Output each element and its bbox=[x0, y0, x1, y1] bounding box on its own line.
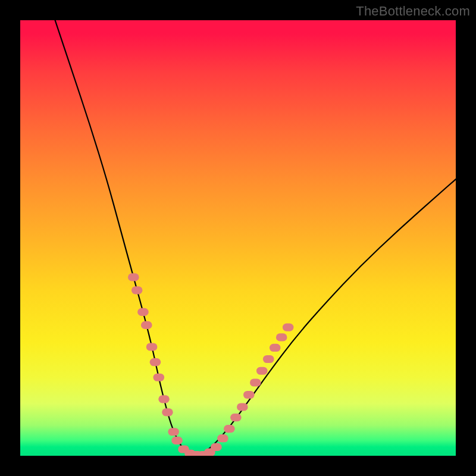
marker-point bbox=[237, 403, 248, 411]
chart-frame: TheBottleneck.com bbox=[0, 0, 476, 476]
watermark-text: TheBottleneck.com bbox=[356, 4, 470, 19]
marker-point bbox=[270, 344, 281, 352]
marker-point bbox=[217, 434, 228, 442]
marker-point bbox=[146, 343, 158, 350]
marker-point bbox=[243, 391, 255, 399]
marker-point bbox=[224, 425, 235, 433]
marker-point bbox=[283, 323, 294, 331]
marker-point bbox=[137, 308, 149, 316]
marker-point bbox=[131, 286, 143, 294]
marker-point bbox=[150, 358, 161, 366]
plot-area bbox=[20, 20, 456, 456]
marker-group bbox=[128, 273, 293, 456]
marker-point bbox=[168, 428, 179, 436]
marker-point bbox=[128, 273, 139, 281]
marker-point bbox=[171, 437, 183, 444]
marker-point bbox=[153, 374, 164, 381]
bottleneck-curve bbox=[55, 20, 456, 456]
marker-point bbox=[250, 378, 261, 386]
marker-point bbox=[276, 333, 287, 341]
marker-point bbox=[158, 395, 170, 403]
marker-point bbox=[230, 414, 242, 421]
marker-point bbox=[141, 321, 152, 329]
chart-overlay bbox=[20, 20, 456, 456]
marker-point bbox=[162, 408, 173, 416]
marker-point bbox=[256, 367, 268, 375]
marker-point bbox=[263, 355, 274, 363]
marker-point bbox=[211, 443, 222, 451]
